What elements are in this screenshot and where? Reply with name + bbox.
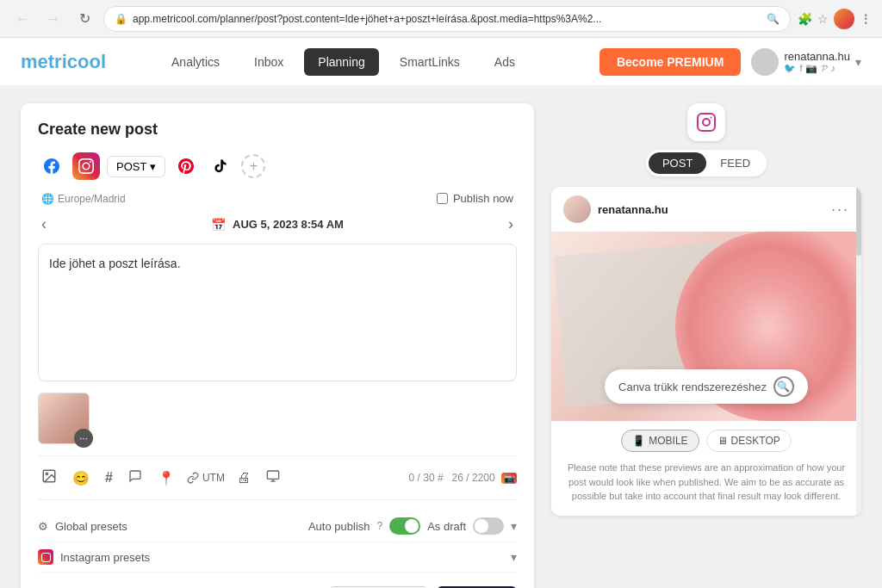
nav-planning[interactable]: Planning (304, 48, 379, 76)
globe-icon: 🌐 (41, 193, 54, 205)
scroll-thumb (856, 187, 861, 256)
preview-note: Please note that these previews are an a… (551, 461, 861, 516)
menu-dots: ⋮ (860, 12, 872, 26)
forward-button[interactable]: → (41, 7, 65, 31)
browser-toolbar: 🧩 ☆ ⋮ (798, 9, 872, 29)
desktop-icon: 🖥 (717, 435, 728, 447)
mobile-icon: 📱 (632, 435, 645, 447)
page-content: Create new post POST ▾ + 🌐 (0, 86, 882, 588)
facebook-platform-icon[interactable] (38, 152, 65, 180)
auto-publish-toggle[interactable] (389, 517, 420, 535)
auto-publish-help-icon: ? (377, 520, 383, 532)
instagram-presets-left: Instagram presets (38, 549, 150, 565)
scroll-track (856, 187, 861, 516)
become-premium-button[interactable]: Become PREMIUM (599, 48, 741, 76)
auto-publish-label: Auto publish (308, 520, 370, 533)
preview-tabs: POST FEED (646, 150, 767, 176)
instagram-avatar (563, 195, 591, 223)
timezone-label: 🌐 Europe/Madrid (41, 193, 126, 205)
instagram-presets-right: ▾ (511, 550, 517, 564)
location-toolbar-icon[interactable]: 📍 (154, 467, 178, 490)
add-platform-button[interactable]: + (241, 154, 265, 178)
char-count: 26 / 2200 (452, 472, 495, 484)
next-date-button[interactable]: › (508, 215, 513, 233)
nav-analytics[interactable]: Analytics (158, 48, 233, 76)
preview-panel: POST FEED renatanna.hu ··· Canva trükk r… (551, 103, 861, 588)
tiktok-platform-icon[interactable] (207, 152, 234, 180)
nav-right: Become PREMIUM renatanna.hu 🐦f📷𝓟♪ ▾ (599, 48, 861, 76)
instagram-preview-icon (687, 103, 725, 141)
thumbnail-badge: ··· (74, 429, 93, 448)
desktop-tab[interactable]: 🖥 DESKTOP (706, 430, 792, 452)
bookmark-icon: ☆ (817, 12, 829, 26)
post-type-label: POST (116, 160, 146, 173)
utm-label: UTM (202, 472, 225, 484)
chevron-down-icon: ▾ (150, 160, 156, 173)
url-text: app.metricool.com/planner/post?post.cont… (133, 13, 761, 25)
publish-now-label: Publish now (453, 192, 513, 205)
search-bar-text: Canva trükk rendszerezéshez (618, 381, 767, 393)
instagram-presets-chevron-icon[interactable]: ▾ (511, 550, 517, 564)
post-content-textarea[interactable]: Ide jöhet a poszt leírása. (38, 244, 517, 381)
mobile-tab[interactable]: 📱 MOBILE (621, 430, 699, 452)
browser-bar: ← → ↻ 🔒 app.metricool.com/planner/post?p… (0, 0, 882, 38)
monitor-toolbar-icon[interactable] (263, 466, 283, 490)
instagram-post-header: renatanna.hu ··· (551, 187, 861, 232)
draft-toggle[interactable] (473, 517, 504, 535)
pinterest-platform-icon[interactable] (172, 152, 200, 180)
datetime-nav-row: ‹ 📅 AUG 5, 2023 8:54 AM › (38, 215, 517, 233)
prev-date-button[interactable]: ‹ (41, 215, 47, 233)
reload-button[interactable]: ↻ (72, 7, 96, 31)
print-toolbar-icon[interactable]: 🖨 (233, 467, 254, 489)
extensions-icon: 🧩 (798, 12, 812, 26)
global-presets-left: ⚙ Global presets (38, 520, 127, 533)
chevron-down-icon: ▾ (855, 55, 861, 69)
tab-feed[interactable]: FEED (706, 152, 764, 174)
instagram-username: renatanna.hu (598, 203, 668, 216)
url-bar[interactable]: 🔒 app.metricool.com/planner/post?post.co… (103, 6, 791, 32)
instagram-search-bar: Canva trükk rendszerezéshez 🔍 (605, 369, 808, 404)
lock-icon: 🔒 (115, 13, 127, 25)
utm-button[interactable]: UTM (187, 472, 225, 484)
calendar-icon: 📅 (211, 218, 226, 232)
publish-now-input[interactable] (437, 193, 448, 204)
logo: metricool (21, 51, 106, 73)
instagram-count-icon: 📷 (501, 473, 517, 484)
as-draft-label: As draft (427, 520, 466, 533)
mobile-tab-label: MOBILE (649, 435, 687, 447)
instagram-post-preview: renatanna.hu ··· Canva trükk rendszerezé… (551, 187, 861, 516)
publish-now-checkbox[interactable]: Publish now (437, 192, 513, 205)
comment-toolbar-icon[interactable] (125, 466, 146, 490)
toolbar-counts: 0 / 30 # 26 / 2200 📷 (409, 472, 517, 484)
hashtag-toolbar-icon[interactable]: # (102, 467, 116, 489)
instagram-presets-row: Instagram presets ▾ (38, 542, 517, 573)
emoji-toolbar-icon[interactable]: 😊 (69, 467, 93, 490)
global-presets-right: Auto publish ? As draft ▾ (308, 517, 517, 535)
user-menu[interactable]: renatanna.hu 🐦f📷𝓟♪ ▾ (751, 48, 861, 76)
search-circle-icon: 🔍 (773, 376, 794, 397)
nav-inbox[interactable]: Inbox (240, 48, 297, 76)
image-toolbar-icon[interactable] (38, 465, 60, 491)
gear-icon: ⚙ (38, 520, 48, 533)
global-presets-chevron-icon[interactable]: ▾ (511, 519, 517, 533)
tab-post[interactable]: POST (649, 152, 706, 174)
profile-icon (834, 9, 854, 29)
post-type-dropdown[interactable]: POST ▾ (107, 156, 165, 177)
user-avatar (751, 48, 779, 76)
back-button[interactable]: ← (10, 7, 34, 31)
instagram-presets-label: Instagram presets (60, 551, 150, 564)
svg-rect-2 (267, 471, 278, 479)
more-options-icon[interactable]: ··· (831, 201, 849, 219)
nav-links: Analytics Inbox Planning SmartLinks Ads (158, 48, 599, 76)
search-icon: 🔍 (767, 13, 780, 25)
global-presets-label: Global presets (55, 520, 127, 533)
instagram-preset-icon (38, 549, 53, 565)
nav-smartlinks[interactable]: SmartLinks (386, 48, 474, 76)
instagram-post-image: Canva trükk rendszerezéshez 🔍 (551, 232, 861, 421)
instagram-platform-icon[interactable] (72, 152, 100, 180)
nav-ads[interactable]: Ads (481, 48, 529, 76)
panel-title: Create new post (38, 121, 517, 139)
svg-point-1 (46, 473, 47, 474)
main-nav: metricool Analytics Inbox Planning Smart… (0, 38, 882, 86)
user-social-icons: 🐦f📷𝓟♪ (784, 63, 850, 74)
